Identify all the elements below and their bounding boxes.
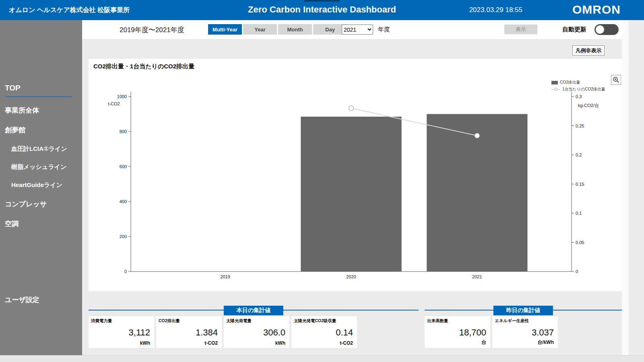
svg-text:400: 400 <box>120 199 127 204</box>
svg-text:kg-CO2/台: kg-CO2/台 <box>578 103 599 108</box>
controls-bar: 2019年度〜2021年度 Multi-Year Year Month Day … <box>82 20 622 39</box>
sidebar: TOP 事業所全体 創夢館 血圧計LCIA①ライン 樹脂メッシュライン Hear… <box>0 20 82 355</box>
today-summary-section: 本日の集計値 消費電力量 3,112 kWh CO2排出量 1.384 t-CO… <box>89 306 419 350</box>
svg-text:0.25: 0.25 <box>576 123 584 128</box>
multi-year-button[interactable]: Multi-Year <box>208 24 242 35</box>
sidebar-item-top[interactable]: TOP <box>5 84 72 97</box>
svg-text:0: 0 <box>124 269 127 274</box>
stat-label: エネルギー生産性 <box>495 318 529 324</box>
period-range-label: 2019年度〜2021年度 <box>120 25 184 35</box>
stat-label: 太陽光発電量 <box>226 318 252 324</box>
stat-label: 消費電力量 <box>91 318 112 324</box>
legend-hide-button[interactable]: 凡例非表示 <box>572 45 605 56</box>
header-datetime: 2023.03.29 18:55 <box>469 6 522 14</box>
stat-value: 3,112 <box>129 327 150 338</box>
header: オムロン ヘルスケア株式会社 松阪事業所 Zero Carbon Interac… <box>0 0 644 20</box>
svg-text:0.2: 0.2 <box>576 152 582 157</box>
stat-value: 3.037 <box>532 327 554 338</box>
year-button[interactable]: Year <box>243 24 277 35</box>
stat-unit: 台/kWh <box>537 339 554 346</box>
svg-text:2021: 2021 <box>472 274 482 279</box>
sidebar-item-compressor[interactable]: コンプレッサ <box>0 194 82 214</box>
stat-card-power: 消費電力量 3,112 kWh <box>89 316 154 348</box>
stat-label: 太陽光発電CO2吸収量 <box>294 318 336 324</box>
svg-text:2020: 2020 <box>346 274 356 279</box>
svg-text:0.15: 0.15 <box>576 182 584 187</box>
page-title: Zero Carbon Interactive Dashboard <box>248 4 396 15</box>
sidebar-item-whole-site[interactable]: 事業所全体 <box>0 101 82 120</box>
svg-text:2019: 2019 <box>220 274 230 279</box>
svg-text:200: 200 <box>120 234 127 239</box>
sidebar-item-hvac[interactable]: 空調 <box>0 214 82 234</box>
stat-value: 306.0 <box>263 327 285 338</box>
month-button[interactable]: Month <box>278 24 312 35</box>
stat-card-co2: CO2排出量 1.384 t-CO2 <box>156 316 222 348</box>
svg-text:0.05: 0.05 <box>576 240 584 245</box>
stat-card-output-qty: 出来高数量 18,700 台 <box>425 316 490 348</box>
sidebar-item-heartguide-line[interactable]: HeartGuideライン <box>0 176 82 194</box>
stat-value: 18,700 <box>459 327 486 338</box>
horizontal-scrollbar[interactable] <box>0 355 644 362</box>
stat-label: 出来高数量 <box>427 318 448 324</box>
today-cards: 消費電力量 3,112 kWh CO2排出量 1.384 t-CO2 太陽光発電… <box>89 316 357 348</box>
header-accent-bar <box>304 0 340 2</box>
co2-combo-chart: 0200400600800100000.050.10.150.20.250.3t… <box>89 75 622 288</box>
stat-card-energy-productivity: エネルギー生産性 3.037 台/kWh <box>492 316 558 348</box>
vertical-scrollbar[interactable] <box>622 20 628 355</box>
yesterday-cards: 出来高数量 18,700 台 エネルギー生産性 3.037 台/kWh <box>425 316 558 348</box>
auto-update-toggle[interactable] <box>594 24 619 35</box>
sidebar-item-lcia-line[interactable]: 血圧計LCIA①ライン <box>0 140 82 158</box>
svg-text:t-CO2: t-CO2 <box>108 101 120 106</box>
svg-text:0.3: 0.3 <box>576 94 582 99</box>
svg-text:0.1: 0.1 <box>576 211 582 216</box>
year-suffix-label: 年度 <box>378 26 390 33</box>
stat-value: 1.384 <box>196 327 218 338</box>
yesterday-summary-section: 昨日の集計値 出来高数量 18,700 台 エネルギー生産性 3.037 台/k… <box>425 306 622 350</box>
sidebar-nav: TOP 事業所全体 創夢館 血圧計LCIA①ライン 樹脂メッシュライン Hear… <box>0 20 82 310</box>
year-select[interactable]: 2021 <box>342 25 373 35</box>
svg-text:600: 600 <box>120 164 127 169</box>
stat-value: 0.14 <box>336 327 353 338</box>
stat-unit: t-CO2 <box>340 340 353 346</box>
svg-text:0: 0 <box>576 269 578 274</box>
toggle-knob <box>596 25 604 34</box>
today-summary-title: 本日の集計値 <box>224 306 283 315</box>
stat-unit: kWh <box>275 340 285 346</box>
svg-text:1000: 1000 <box>117 94 127 99</box>
chart-panel: CO2排出量・1台当たりのCO2排出量 CO2排出量 1台当たりのCO2排出量 <box>89 59 622 291</box>
chart-title: CO2排出量・1台当たりのCO2排出量 <box>93 63 194 70</box>
stat-card-solar-co2: 太陽光発電CO2吸収量 0.14 t-CO2 <box>291 316 357 348</box>
yesterday-summary-title: 昨日の集計値 <box>493 306 553 315</box>
auto-update-label: 自動更新 <box>562 26 586 33</box>
company-name: オムロン ヘルスケア株式会社 松阪事業所 <box>9 6 130 14</box>
stat-unit: t-CO2 <box>204 340 218 346</box>
display-button[interactable]: 表示 <box>504 25 537 34</box>
stat-unit: kWh <box>140 340 150 346</box>
stat-card-solar: 太陽光発電量 306.0 kWh <box>224 316 289 348</box>
stat-unit: 台 <box>481 339 486 346</box>
svg-text:800: 800 <box>120 129 127 134</box>
sidebar-item-resin-mesh-line[interactable]: 樹脂メッシュライン <box>0 158 82 176</box>
sidebar-item-user-settings[interactable]: ユーザ設定 <box>0 290 82 310</box>
period-button-group: Multi-Year Year Month Day <box>208 24 347 35</box>
sidebar-item-soumukan[interactable]: 創夢館 <box>0 120 82 140</box>
stat-label: CO2排出量 <box>159 318 180 324</box>
omron-logo: OMRON <box>572 3 621 16</box>
main-content: 2019年度〜2021年度 Multi-Year Year Month Day … <box>82 20 644 355</box>
